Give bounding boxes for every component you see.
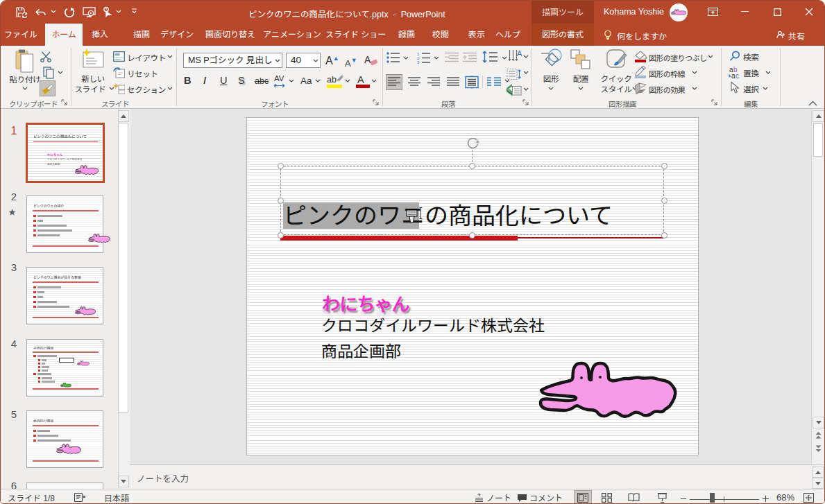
svg-text:c: c (735, 72, 739, 79)
svg-text:A: A (517, 49, 522, 58)
svg-text:3: 3 (417, 60, 420, 64)
